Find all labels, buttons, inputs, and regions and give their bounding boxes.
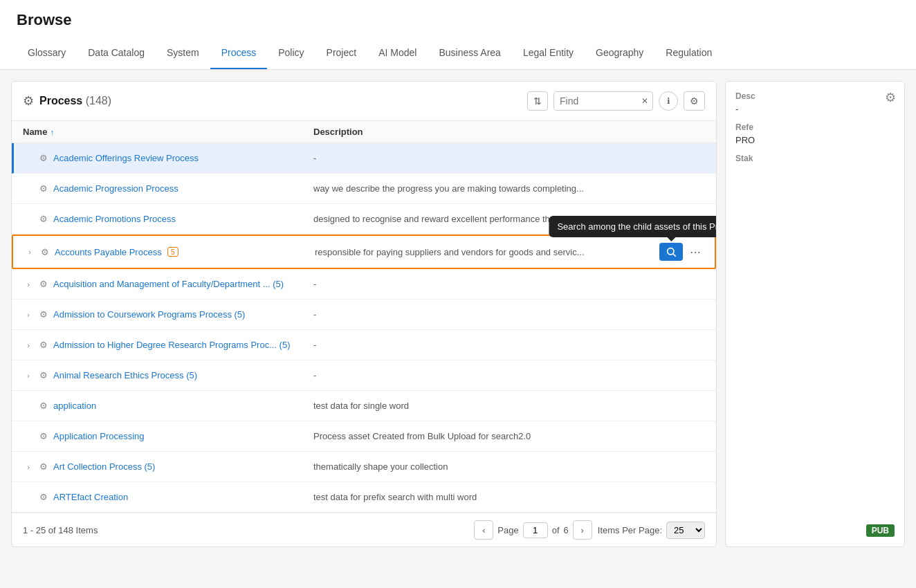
expand-button[interactable]: ›	[23, 309, 34, 320]
row-name-link[interactable]: application	[53, 401, 96, 411]
row-process-icon: ⚙	[37, 460, 51, 474]
pagination-controls: ‹ Page of 6 ›	[474, 520, 592, 540]
next-page-button[interactable]: ›	[573, 520, 592, 540]
row-desc-col: -	[313, 309, 705, 320]
expand-button[interactable]: ›	[23, 279, 34, 290]
row-name-link[interactable]: Acquisition and Management of Faculty/De…	[53, 279, 284, 289]
row-name-link[interactable]: Application Processing	[53, 431, 145, 441]
table-row[interactable]: ›⚙Animal Research Ethics Process (5)-	[12, 360, 716, 391]
tab-ai-model[interactable]: AI Model	[367, 37, 428, 69]
row-name-link[interactable]: Animal Research Ethics Process (5)	[53, 370, 197, 380]
tab-regulation[interactable]: Regulation	[654, 37, 723, 69]
expand-button[interactable]: ›	[23, 340, 34, 351]
row-desc-col: responsible for paying suppliers and ven…	[315, 247, 659, 257]
tooltip-wrap: Search among the child assets of this Pr…	[659, 243, 683, 261]
expand-button[interactable]: ›	[23, 461, 34, 472]
row-desc-col: -	[313, 340, 705, 350]
desc-value: -	[735, 104, 895, 114]
row-actions: Search among the child assets of this Pr…	[659, 243, 704, 261]
row-desc-col: Process asset Created from Bulk Upload f…	[313, 431, 705, 441]
table-row[interactable]: ⚙Academic Offerings Review Process-	[12, 143, 716, 174]
tab-process[interactable]: Process	[210, 37, 268, 69]
col-name-header: Name ↑	[23, 127, 313, 137]
expand-button[interactable]: ›	[24, 246, 35, 257]
find-input[interactable]	[554, 92, 637, 110]
tab-data-catalog[interactable]: Data Catalog	[77, 37, 156, 69]
info-button[interactable]: ℹ	[659, 91, 678, 111]
expand-button	[23, 401, 34, 412]
find-input-wrap: ✕	[553, 91, 653, 111]
row-name-link[interactable]: Academic Offerings Review Process	[53, 153, 199, 163]
expand-button	[23, 153, 34, 164]
svg-point-0	[668, 248, 674, 255]
row-name-col: ⚙application	[23, 399, 313, 413]
col-desc-header: Description	[313, 127, 705, 137]
row-desc-col: designed to recognise and reward excelle…	[313, 214, 705, 224]
row-process-icon: ⚙	[37, 308, 51, 322]
panel-title: Process (148)	[39, 95, 522, 107]
tab-system[interactable]: System	[156, 37, 210, 69]
desc-label: Desc	[735, 91, 895, 101]
find-clear-button[interactable]: ✕	[637, 93, 652, 109]
row-name-link[interactable]: Art Collection Process (5)	[53, 461, 155, 472]
table-row[interactable]: ›⚙Acquisition and Management of Faculty/…	[12, 269, 716, 300]
pagination-bar: 1 - 25 of 148 Items ‹ Page of 6 › Items …	[12, 513, 716, 546]
row-desc-col: -	[313, 370, 705, 380]
row-name-col: ›⚙Art Collection Process (5)	[23, 460, 313, 474]
settings-button[interactable]: ⚙	[684, 91, 705, 111]
row-desc-col: -	[313, 153, 705, 163]
table-row[interactable]: ⚙Academic Progression Processway we desc…	[12, 174, 716, 204]
prev-page-button[interactable]: ‹	[474, 520, 493, 540]
process-icon: ⚙	[23, 93, 34, 109]
row-name-col: ⚙Academic Promotions Process	[23, 212, 313, 226]
of-label: of	[552, 525, 560, 535]
table-header: Name ↑ Description	[12, 121, 716, 143]
tab-glossary[interactable]: Glossary	[17, 37, 77, 69]
row-process-icon: ⚙	[37, 182, 51, 196]
row-name-link[interactable]: Academic Progression Process	[53, 183, 178, 194]
table-row[interactable]: ›⚙Accounts Payable Process5responsible f…	[12, 235, 716, 269]
expand-button	[23, 214, 34, 225]
table-row[interactable]: ⚙applicationtest data for single word	[12, 391, 716, 421]
sort-button[interactable]: ⇅	[527, 91, 548, 111]
row-name-link[interactable]: Academic Promotions Process	[53, 214, 176, 224]
table-row[interactable]: ›⚙Admission to Higher Degree Research Pr…	[12, 330, 716, 360]
row-name-link[interactable]: Admission to Coursework Programs Process…	[53, 309, 245, 320]
row-name-col: ›⚙Admission to Higher Degree Research Pr…	[23, 338, 313, 352]
expand-button	[23, 492, 34, 503]
table-row[interactable]: ›⚙Admission to Coursework Programs Proce…	[12, 300, 716, 330]
panel-controls: ⇅ ✕ ℹ ⚙	[527, 91, 705, 111]
tab-legal-entity[interactable]: Legal Entity	[512, 37, 585, 69]
page-input[interactable]	[523, 522, 548, 538]
right-panel-desc: Desc -	[735, 91, 895, 114]
more-actions-button[interactable]: ⋯	[687, 244, 704, 260]
row-name-link[interactable]: Accounts Payable Process	[55, 247, 162, 257]
row-name-col: ⚙Academic Offerings Review Process	[23, 151, 313, 165]
items-per-page: Items Per Page: 25 50 100	[598, 522, 705, 539]
tab-project[interactable]: Project	[315, 37, 368, 69]
sort-arrow-icon: ↑	[50, 128, 54, 136]
tab-policy[interactable]: Policy	[267, 37, 315, 69]
per-page-select[interactable]: 25 50 100	[666, 522, 705, 539]
right-panel: ⚙ Desc - Refe PRO Stak PUB	[725, 81, 905, 547]
table-row[interactable]: ›⚙Art Collection Process (5)thematically…	[12, 452, 716, 482]
row-process-icon: ⚙	[37, 338, 51, 352]
row-name-link[interactable]: ARTEfact Creation	[53, 492, 128, 502]
row-name-col: ⚙ARTEfact Creation	[23, 490, 313, 504]
tab-geography[interactable]: Geography	[585, 37, 654, 69]
expand-button[interactable]: ›	[23, 370, 34, 381]
pagination-info: 1 - 25 of 148 Items	[23, 525, 468, 535]
row-name-col: ›⚙Accounts Payable Process5	[24, 245, 315, 259]
tab-business-area[interactable]: Business Area	[428, 37, 512, 69]
table-row[interactable]: ⚙Academic Promotions Processdesigned to …	[12, 204, 716, 235]
table-row[interactable]: ⚙ARTEfact Creationtest data for prefix s…	[12, 482, 716, 513]
right-panel-ref: Refe PRO	[735, 122, 895, 145]
child-count-badge: 5	[167, 247, 178, 257]
row-process-icon: ⚙	[37, 369, 51, 383]
row-name-link[interactable]: Admission to Higher Degree Research Prog…	[53, 340, 290, 350]
table-row[interactable]: ⚙Application ProcessingProcess asset Cre…	[12, 421, 716, 452]
content-area: ⚙ Process (148) ⇅ ✕ ℹ ⚙ Name ↑ Descripti…	[0, 70, 916, 558]
row-process-icon: ⚙	[37, 212, 51, 226]
search-child-button[interactable]	[659, 243, 683, 261]
table-body: ⚙Academic Offerings Review Process-⚙Acad…	[12, 143, 716, 513]
